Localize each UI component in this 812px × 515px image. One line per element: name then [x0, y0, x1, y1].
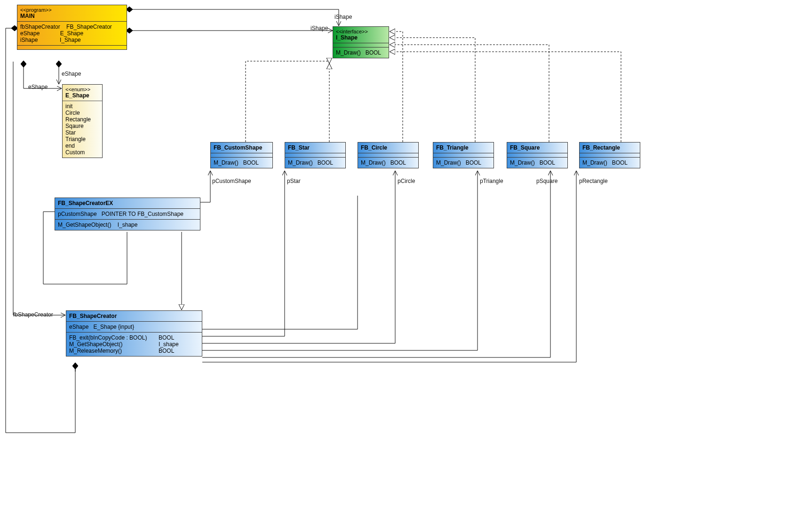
label-pstar: pStar	[287, 178, 301, 184]
label-psquare: pSquare	[536, 178, 557, 184]
main-ops-empty	[17, 46, 127, 49]
eshape-values: init Circle Rectangle Sqaure Star Triang…	[63, 101, 102, 158]
edges-layer	[0, 0, 812, 515]
label-pcircle: pCircle	[398, 178, 415, 184]
main-name: MAIN	[20, 13, 124, 19]
interface-ishape: <<interface>> I_Shape M_Draw() BOOL	[333, 26, 389, 58]
class-fb-square: FB_Square M_Draw() BOOL	[507, 142, 568, 168]
class-fb-shapecreator: FB_ShapeCreator eShape E_Shape {input} F…	[66, 310, 202, 357]
ishape-name: I_Shape	[336, 34, 386, 41]
class-fb-customshape: FB_CustomShape M_Draw() BOOL	[210, 142, 273, 168]
enum-eshape: <<enum>> E_Shape init Circle Rectangle S…	[62, 84, 103, 158]
main-stereotype: <<program>>	[20, 7, 124, 13]
ishape-attrs-empty	[333, 43, 389, 48]
label-eshape-1: eShape	[62, 71, 81, 77]
label-fbshapecreator: fbShapeCreator	[13, 311, 53, 318]
label-prectangle: pRectangle	[579, 178, 608, 184]
class-fb-rectangle: FB_Rectangle M_Draw() BOOL	[579, 142, 640, 168]
eshape-stereotype: <<enum>>	[65, 87, 99, 92]
main-attrs: fbShapeCreator FB_ShapeCreator eShape E_…	[17, 22, 127, 46]
class-fb-circle: FB_Circle M_Draw() BOOL	[358, 142, 419, 168]
label-ishape-1: iShape	[334, 14, 352, 20]
label-ptriangle: pTriangle	[480, 178, 503, 184]
label-pcustomshape: pCustomShape	[212, 178, 251, 184]
class-fb-shapecreatorex: FB_ShapeCreatorEX pCustomShape POINTER T…	[55, 198, 200, 230]
label-ishape-2: iShape	[310, 25, 328, 32]
class-fb-triangle: FB_Triangle M_Draw() BOOL	[433, 142, 494, 168]
eshape-name: E_Shape	[65, 92, 99, 99]
label-eshape-2: eShape	[28, 84, 48, 90]
ishape-ops: M_Draw() BOOL	[333, 48, 389, 58]
class-fb-star: FB_Star M_Draw() BOOL	[285, 142, 346, 168]
ishape-stereotype: <<interface>>	[336, 29, 386, 34]
class-main: <<program>> MAIN fbShapeCreator FB_Shape…	[17, 5, 127, 50]
